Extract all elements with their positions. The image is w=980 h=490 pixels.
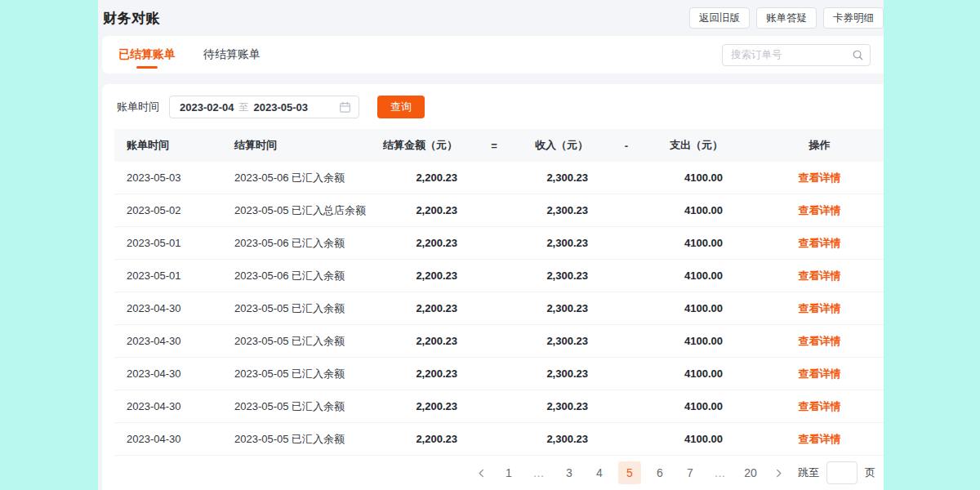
page-number-1[interactable]: 1 <box>497 461 520 484</box>
col-header-bill-date: 账单时间 <box>114 138 234 153</box>
expense-cell: 4100.00 <box>665 172 723 184</box>
bill-date-cell: 2023-04-30 <box>114 335 234 347</box>
tab-unsettled-bills[interactable]: 待结算账单 <box>203 36 261 74</box>
pagination: 1 … 3 4 5 6 7 … 20 跳至 页 <box>114 461 884 484</box>
date-range-picker[interactable]: 2023-02-04 至 2023-05-03 <box>169 96 359 118</box>
page-number-3[interactable]: 3 <box>558 461 581 484</box>
income-cell: 2,300.23 <box>531 400 588 412</box>
bill-date-cell: 2023-05-02 <box>114 204 234 216</box>
expense-cell: 4100.00 <box>665 433 723 445</box>
income-cell: 2,300.23 <box>531 335 588 347</box>
pagination-ellipsis-left[interactable]: … <box>528 461 550 484</box>
bill-date-cell: 2023-04-30 <box>114 302 234 314</box>
date-range-separator: 至 <box>239 100 249 114</box>
next-page-button[interactable] <box>769 461 787 484</box>
col-header-settle-amount: 结算金额（元） <box>372 138 457 153</box>
table-row: 2023-05-01 2023-05-06 已汇入余额 2,200.23 2,3… <box>114 260 884 292</box>
search-icon[interactable] <box>852 49 864 61</box>
page-unit-label: 页 <box>865 466 875 480</box>
card-coupon-detail-button[interactable]: 卡券明细 <box>823 7 884 29</box>
col-header-actions: 操作 <box>723 138 884 153</box>
jump-to-page-input[interactable] <box>826 461 858 484</box>
income-cell: 2,300.23 <box>531 204 588 216</box>
view-detail-link[interactable]: 查看详情 <box>799 172 841 184</box>
settle-amount-cell: 2,200.23 <box>372 400 457 412</box>
top-bar-actions: 返回旧版 账单答疑 卡券明细 <box>689 7 884 29</box>
view-detail-link[interactable]: 查看详情 <box>799 270 841 282</box>
page-number-20[interactable]: 20 <box>739 461 762 484</box>
settle-amount-cell: 2,200.23 <box>372 172 457 184</box>
expense-cell: 4100.00 <box>665 368 723 380</box>
bill-date-cell: 2023-05-03 <box>114 172 234 184</box>
calendar-icon <box>339 101 351 114</box>
jump-to-label: 跳至 <box>798 466 819 480</box>
query-button[interactable]: 查询 <box>377 96 425 118</box>
settle-amount-cell: 2,200.23 <box>372 335 457 347</box>
expense-cell: 4100.00 <box>665 335 723 347</box>
top-bar: 财务对账 返回旧版 账单答疑 卡券明细 <box>98 0 884 36</box>
page-number-4[interactable]: 4 <box>588 461 611 484</box>
settle-status-cell: 2023-05-05 已汇入余额 <box>234 432 372 447</box>
tab-settled-bills[interactable]: 已结算账单 <box>118 36 176 74</box>
settle-amount-cell: 2,200.23 <box>372 433 457 445</box>
search-order-input[interactable] <box>722 44 871 66</box>
chevron-right-icon <box>774 469 783 478</box>
bill-date-cell: 2023-05-01 <box>114 270 234 282</box>
settle-status-cell: 2023-05-05 已汇入余额 <box>234 334 372 349</box>
table-row: 2023-05-03 2023-05-06 已汇入余额 2,200.23 2,3… <box>114 162 884 194</box>
bill-date-cell: 2023-04-30 <box>114 400 234 412</box>
table-row: 2023-04-30 2023-05-05 已汇入余额 2,200.23 2,3… <box>114 423 884 456</box>
page-number-5-active[interactable]: 5 <box>618 461 641 484</box>
date-range-text: 2023-02-04 至 2023-05-03 <box>180 100 308 114</box>
bill-faq-button[interactable]: 账单答疑 <box>756 7 817 29</box>
col-header-minus-sign: - <box>588 140 665 152</box>
pagination-ellipsis-right[interactable]: … <box>709 461 732 484</box>
order-search <box>722 44 871 66</box>
table-row: 2023-04-30 2023-05-05 已汇入余额 2,200.23 2,3… <box>114 390 884 423</box>
end-date-value: 2023-05-03 <box>254 101 309 114</box>
settled-bills-table: 账单时间 结算时间 结算金额（元） = 收入（元） - 支出（元） 操作 202… <box>114 129 884 456</box>
back-to-old-version-button[interactable]: 返回旧版 <box>689 7 750 29</box>
settle-status-cell: 2023-05-05 已汇入余额 <box>234 367 372 381</box>
settle-amount-cell: 2,200.23 <box>372 368 457 380</box>
settle-status-cell: 2023-05-05 已汇入余额 <box>234 301 372 316</box>
page-background: 财务对账 返回旧版 账单答疑 卡券明细 已结算账单 待结算账单 <box>0 0 980 490</box>
start-date-value: 2023-02-04 <box>180 101 234 114</box>
filter-row: 账单时间 2023-02-04 至 2023-05-03 查询 <box>114 96 884 118</box>
col-header-income: 收入（元） <box>531 138 588 153</box>
income-cell: 2,300.23 <box>531 433 588 445</box>
view-detail-link[interactable]: 查看详情 <box>799 400 841 412</box>
prev-page-button[interactable] <box>472 461 490 484</box>
settle-status-cell: 2023-05-06 已汇入余额 <box>234 236 372 251</box>
chevron-left-icon <box>477 469 486 478</box>
expense-cell: 4100.00 <box>665 270 723 282</box>
view-detail-link[interactable]: 查看详情 <box>799 368 841 380</box>
main-card: 账单时间 2023-02-04 至 2023-05-03 查询 <box>102 84 884 490</box>
view-detail-link[interactable]: 查看详情 <box>799 335 841 347</box>
app-viewport: 财务对账 返回旧版 账单答疑 卡券明细 已结算账单 待结算账单 <box>98 0 884 490</box>
tabs-card: 已结算账单 待结算账单 <box>102 36 884 74</box>
expense-cell: 4100.00 <box>665 204 723 216</box>
expense-cell: 4100.00 <box>665 302 723 314</box>
page-title: 财务对账 <box>103 9 160 28</box>
table-row: 2023-04-30 2023-05-05 已汇入余额 2,200.23 2,3… <box>114 292 884 325</box>
table-row: 2023-04-30 2023-05-05 已汇入余额 2,200.23 2,3… <box>114 358 884 390</box>
table-row: 2023-04-30 2023-05-05 已汇入余额 2,200.23 2,3… <box>114 325 884 358</box>
bill-date-cell: 2023-04-30 <box>114 433 234 445</box>
settle-amount-cell: 2,200.23 <box>372 270 457 282</box>
income-cell: 2,300.23 <box>531 368 588 380</box>
page-number-7[interactable]: 7 <box>679 461 702 484</box>
income-cell: 2,300.23 <box>531 172 588 184</box>
view-detail-link[interactable]: 查看详情 <box>799 204 841 216</box>
table-header-row: 账单时间 结算时间 结算金额（元） = 收入（元） - 支出（元） 操作 <box>114 129 884 162</box>
settle-amount-cell: 2,200.23 <box>372 204 457 216</box>
income-cell: 2,300.23 <box>531 302 588 314</box>
view-detail-link[interactable]: 查看详情 <box>799 302 841 314</box>
settle-status-cell: 2023-05-06 已汇入余额 <box>234 269 372 283</box>
view-detail-link[interactable]: 查看详情 <box>799 433 841 445</box>
col-header-equals-sign: = <box>457 140 531 152</box>
expense-cell: 4100.00 <box>665 400 723 412</box>
page-number-6[interactable]: 6 <box>648 461 671 484</box>
view-detail-link[interactable]: 查看详情 <box>799 237 841 249</box>
settle-status-cell: 2023-05-05 已汇入余额 <box>234 399 372 414</box>
